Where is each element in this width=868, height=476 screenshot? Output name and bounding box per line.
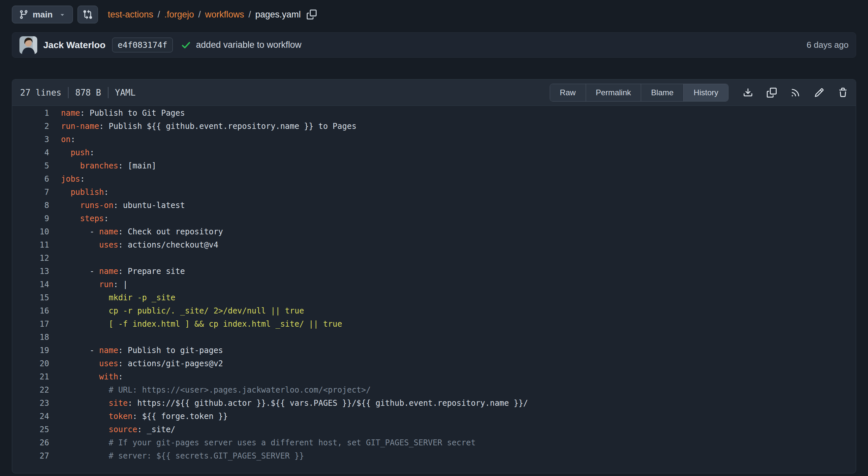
- breadcrumb-separator: /: [198, 9, 201, 20]
- code-text: [49, 252, 61, 265]
- top-bar: main test-actions / .forgejo / workflows…: [0, 0, 868, 24]
- copy-path-icon[interactable]: [307, 9, 317, 20]
- code-lines: 1name: Publish to Git Pages2run-name: Pu…: [12, 106, 856, 473]
- line-number[interactable]: 19: [12, 344, 49, 357]
- code-line: 13 - name: Prepare site: [12, 265, 856, 278]
- commit-author[interactable]: Jack Waterloo: [43, 40, 105, 51]
- code-text: name: Publish to Git Pages: [49, 106, 185, 120]
- line-number[interactable]: 9: [12, 212, 49, 225]
- git-compare-icon: [83, 9, 93, 20]
- line-number[interactable]: 10: [12, 225, 49, 238]
- line-number[interactable]: 2: [12, 120, 49, 133]
- commit-hash[interactable]: e4f083174f: [112, 38, 173, 53]
- code-line: 4 push:: [12, 146, 856, 159]
- code-text: publish:: [49, 186, 109, 199]
- line-number[interactable]: 6: [12, 172, 49, 186]
- breadcrumb-separator: /: [158, 9, 160, 20]
- code-text: branches: [main]: [49, 159, 156, 172]
- breadcrumb-file-name: pages.yaml: [255, 9, 301, 20]
- code-line: 18: [12, 330, 856, 344]
- code-text: # URL: https://<user>.pages.jackwaterloo…: [49, 383, 371, 396]
- code-text: - name: Check out repository: [49, 225, 223, 238]
- line-number[interactable]: 12: [12, 252, 49, 265]
- code-line: 10 - name: Check out repository: [12, 225, 856, 238]
- line-number[interactable]: 24: [12, 410, 49, 423]
- code-line: 27 # server: ${{ secrets.GIT_PAGES_SERVE…: [12, 449, 856, 463]
- edit-icon[interactable]: [814, 88, 824, 98]
- code-text: - name: Prepare site: [49, 265, 185, 278]
- code-text: run-name: Publish ${{ github.event.repos…: [49, 120, 356, 133]
- code-text: # If your git-pages server uses a differ…: [49, 436, 475, 449]
- delete-icon[interactable]: [838, 88, 848, 98]
- line-number[interactable]: 26: [12, 436, 49, 449]
- commit-time: 6 days ago: [807, 40, 848, 50]
- code-text: push:: [49, 146, 94, 159]
- line-number[interactable]: 13: [12, 265, 49, 278]
- compare-button[interactable]: [78, 6, 98, 23]
- raw-button[interactable]: Raw: [550, 84, 586, 101]
- permalink-button[interactable]: Permalink: [586, 84, 641, 101]
- line-number[interactable]: 18: [12, 330, 49, 344]
- code-line: 11 uses: actions/checkout@v4: [12, 238, 856, 252]
- line-number[interactable]: 11: [12, 238, 49, 252]
- branch-selector-button[interactable]: main: [12, 6, 73, 23]
- code-line: 6jobs:: [12, 172, 856, 186]
- code-line: 2run-name: Publish ${{ github.event.repo…: [12, 120, 856, 133]
- line-number[interactable]: 21: [12, 370, 49, 383]
- git-branch-icon: [19, 9, 29, 20]
- code-text: - name: Publish to git-pages: [49, 344, 223, 357]
- line-number[interactable]: 4: [12, 146, 49, 159]
- code-line: 7 publish:: [12, 186, 856, 199]
- line-number[interactable]: 8: [12, 199, 49, 212]
- line-number[interactable]: 5: [12, 159, 49, 172]
- code-line: 21 with:: [12, 370, 856, 383]
- code-text: # server: ${{ secrets.GIT_PAGES_SERVER }…: [49, 449, 304, 463]
- code-line: 17 [ -f index.html ] && cp index.html _s…: [12, 317, 856, 330]
- code-text: runs-on: ubuntu-latest: [49, 199, 185, 212]
- line-number[interactable]: 15: [12, 291, 49, 304]
- line-number[interactable]: 16: [12, 304, 49, 317]
- code-text: [49, 330, 61, 344]
- avatar[interactable]: [20, 36, 37, 54]
- line-number[interactable]: 25: [12, 423, 49, 436]
- code-text: uses: actions/git-pages@v2: [49, 357, 223, 370]
- line-number[interactable]: 7: [12, 186, 49, 199]
- line-number[interactable]: 17: [12, 317, 49, 330]
- commit-status-check-icon[interactable]: [181, 40, 191, 51]
- file-header: 27 lines 878 B YAML Raw Permalink Blame …: [12, 80, 856, 106]
- code-line: 8 runs-on: ubuntu-latest: [12, 199, 856, 212]
- history-button[interactable]: History: [683, 84, 728, 101]
- blame-button[interactable]: Blame: [641, 84, 683, 101]
- code-text: token: ${{ forge.token }}: [49, 410, 228, 423]
- code-line: 14 run: |: [12, 278, 856, 291]
- file-meta: 27 lines 878 B YAML: [20, 87, 135, 98]
- code-text: with:: [49, 370, 123, 383]
- file-language: YAML: [115, 88, 136, 98]
- meta-divider: [108, 87, 108, 98]
- meta-divider: [68, 87, 69, 98]
- line-number[interactable]: 27: [12, 449, 49, 463]
- line-number[interactable]: 23: [12, 396, 49, 410]
- line-number[interactable]: 1: [12, 106, 49, 120]
- line-number[interactable]: 14: [12, 278, 49, 291]
- code-line: 3on:: [12, 133, 856, 146]
- file-icon-actions: [743, 88, 848, 98]
- commit-message[interactable]: added variable to workflow: [196, 40, 302, 50]
- breadcrumb-link-repo[interactable]: test-actions: [108, 9, 153, 20]
- code-text: on:: [49, 133, 75, 146]
- line-number[interactable]: 3: [12, 133, 49, 146]
- breadcrumb-link-dir[interactable]: .forgejo: [164, 9, 194, 20]
- rss-feed-icon[interactable]: [790, 88, 800, 98]
- line-number[interactable]: 20: [12, 357, 49, 370]
- copy-content-icon[interactable]: [767, 88, 777, 98]
- code-line: 20 uses: actions/git-pages@v2: [12, 357, 856, 370]
- line-number[interactable]: 22: [12, 383, 49, 396]
- code-line: 12: [12, 252, 856, 265]
- file-actions: Raw Permalink Blame History: [550, 84, 848, 101]
- file-view-box: 27 lines 878 B YAML Raw Permalink Blame …: [12, 79, 856, 473]
- file-size: 878 B: [75, 88, 101, 98]
- breadcrumb-link-subdir[interactable]: workflows: [205, 9, 244, 20]
- code-line: 23 site: https://${{ github.actor }}.${{…: [12, 396, 856, 410]
- code-text: mkdir -p _site: [49, 291, 176, 304]
- download-icon[interactable]: [743, 88, 753, 98]
